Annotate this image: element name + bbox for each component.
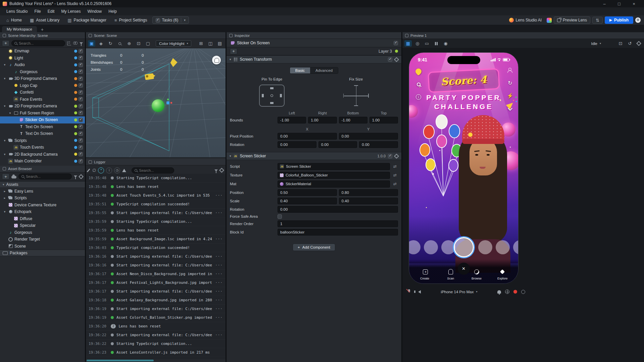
visibility-checkbox[interactable] [79, 118, 83, 122]
visibility-checkbox[interactable] [79, 104, 83, 108]
expand-arrow-icon[interactable] [3, 104, 7, 108]
split-view-icon[interactable]: ◫ [207, 40, 214, 47]
log-more-icon[interactable]: ··· [215, 298, 223, 302]
preview-lens-button[interactable]: Preview Lens [554, 16, 590, 24]
logger-settings-icon[interactable] [220, 168, 224, 172]
menu-item[interactable]: Lens Studio [3, 8, 31, 15]
log-row[interactable]: 19:36:03 TypeScript compilation succeede… [86, 244, 226, 252]
filter-warning-icon[interactable] [122, 169, 126, 172]
swap-asset-icon[interactable]: ⇄ [392, 182, 398, 186]
logger-filter-icon[interactable] [214, 169, 218, 171]
view-options-icon[interactable]: ▤ [216, 40, 224, 47]
bounds-bottom-field[interactable] [339, 117, 367, 123]
log-row[interactable]: 19:35:59 Asset Background_Image.lsc impo… [86, 235, 226, 244]
visibility-checkbox[interactable] [79, 97, 83, 101]
collapse-arrow-icon[interactable]: ▾ [230, 154, 231, 158]
filter-debug-icon[interactable]: * [98, 167, 104, 173]
visibility-checkbox[interactable] [79, 63, 83, 67]
expand-arrow-icon[interactable] [3, 153, 7, 156]
focus-tool-icon[interactable]: ⊡ [135, 40, 142, 47]
asset-row[interactable]: Render Target [0, 236, 85, 243]
camera-search-icon[interactable] [414, 80, 423, 88]
zoom-tool-icon[interactable] [116, 40, 123, 47]
lens-item[interactable] [409, 240, 420, 254]
packages-section-row[interactable]: Packages [0, 250, 85, 256]
horizontal-scrollbar[interactable] [87, 360, 154, 361]
record-button[interactable] [513, 290, 517, 294]
pan-tool-icon[interactable]: ◈ [97, 40, 105, 47]
log-more-icon[interactable]: ··· [215, 211, 223, 215]
asset-search[interactable] [18, 173, 72, 179]
cloud-assets-icon[interactable] [11, 176, 16, 178]
log-more-icon[interactable]: ··· [215, 237, 223, 241]
component-enabled-checkbox[interactable] [388, 57, 392, 62]
add-component-plus-button[interactable]: + [230, 48, 237, 54]
log-more-icon[interactable]: ··· [215, 307, 223, 311]
device-selector-dropdown[interactable]: iPhone 14 Pro Max▾ [438, 289, 481, 295]
visibility-checkbox[interactable] [79, 90, 83, 95]
nav-item[interactable]: Explore [494, 268, 511, 280]
account-avatar[interactable] [635, 17, 641, 23]
log-row[interactable]: 19:35:59 Starting TypeScript compilation… [86, 217, 226, 226]
add-component-button[interactable]: + Add Component [293, 244, 335, 251]
log-more-icon[interactable]: ··· [215, 193, 223, 198]
filter-info-icon[interactable]: i [106, 167, 112, 173]
pairing-button[interactable]: ⇅ [592, 17, 603, 24]
hierarchy-search[interactable] [11, 40, 65, 46]
render-order-field[interactable] [278, 220, 398, 227]
add-asset-button[interactable]: + [2, 173, 9, 179]
hierarchy-search-input[interactable] [19, 41, 62, 45]
position-x-field[interactable] [278, 189, 337, 196]
hierarchy-row[interactable]: Full Screen Region [0, 110, 85, 117]
tasks-dropdown-arrow-icon[interactable]: ▾ [184, 19, 186, 22]
visibility-filter-icon[interactable] [73, 42, 78, 45]
hierarchy-row[interactable]: Text On Screen [0, 130, 85, 137]
expand-arrow-icon[interactable] [3, 139, 7, 142]
hierarchy-row[interactable]: 2D Background Camera [0, 151, 85, 158]
hierarchy-row[interactable]: Main Controller [0, 158, 85, 165]
nav-item[interactable]: Browse [468, 268, 485, 280]
log-row[interactable]: 19:36:16 Start importing external file: … [86, 252, 226, 261]
menu-item[interactable]: My Lenses [58, 8, 84, 15]
log-more-icon[interactable]: ··· [215, 333, 223, 337]
visibility-checkbox[interactable] [79, 49, 83, 53]
hierarchy-row[interactable]: Scripts [0, 137, 85, 144]
tab-basic[interactable]: Basic [290, 67, 310, 73]
log-row[interactable]: 19:36:22 Start importing external file: … [86, 331, 226, 340]
menu-item[interactable]: Edit [45, 8, 58, 15]
capture-button[interactable] [521, 290, 525, 294]
log-more-icon[interactable]: ··· [215, 315, 223, 320]
hierarchy-row[interactable]: Text On Screen [0, 123, 85, 131]
asset-row[interactable]: Specular [0, 222, 85, 229]
expand-arrow-icon[interactable] [3, 190, 7, 193]
bounds-left-field[interactable] [278, 117, 306, 123]
sphere-object[interactable] [152, 99, 164, 112]
scale-x-field[interactable] [278, 198, 337, 204]
log-more-icon[interactable]: ··· [215, 272, 223, 276]
menu-item[interactable]: Help [105, 8, 120, 15]
home-button[interactable]: ⌂Home [3, 17, 25, 23]
screen-sticker-header[interactable]: ▾ JS Screen Sticker 1.0.0 [227, 152, 401, 160]
logger-search-input[interactable] [139, 168, 171, 172]
nav-item[interactable]: Create [416, 268, 434, 280]
rotate-device-icon[interactable]: ⊡ [617, 40, 624, 47]
ai-effects-icon[interactable] [547, 18, 552, 23]
publish-button[interactable]: ▶Publish [605, 16, 633, 24]
log-row[interactable]: 19:35:55 Start importing external file: … [86, 209, 226, 217]
bounds-top-field[interactable] [369, 117, 398, 123]
microphone-muted-icon[interactable] [407, 289, 411, 294]
orbit-tool-icon[interactable]: ↻ [107, 40, 114, 47]
preview-monitor-icon[interactable]: ▭ [423, 40, 431, 47]
collapse-arrow-icon[interactable]: ▾ [230, 58, 231, 61]
hierarchy-row[interactable]: Audio [0, 61, 85, 68]
log-row[interactable]: 19:36:17 Asset Neon_Disco_Background.jpg… [86, 270, 226, 278]
add-workspace-button[interactable]: + [40, 27, 45, 32]
tasks-button[interactable]: Tasks (6)▾ [152, 16, 189, 24]
select-tool-icon[interactable]: ▣ [88, 40, 95, 47]
section-expand-icon[interactable]: ▾ [3, 183, 4, 186]
rotation-x-field[interactable] [278, 141, 316, 148]
minimize-button[interactable]: – [597, 1, 612, 6]
log-row[interactable]: 19:36:19 Start importing external file: … [86, 305, 226, 313]
close-lens-button[interactable]: × [458, 263, 470, 275]
asset-row[interactable]: Scene [0, 243, 85, 250]
